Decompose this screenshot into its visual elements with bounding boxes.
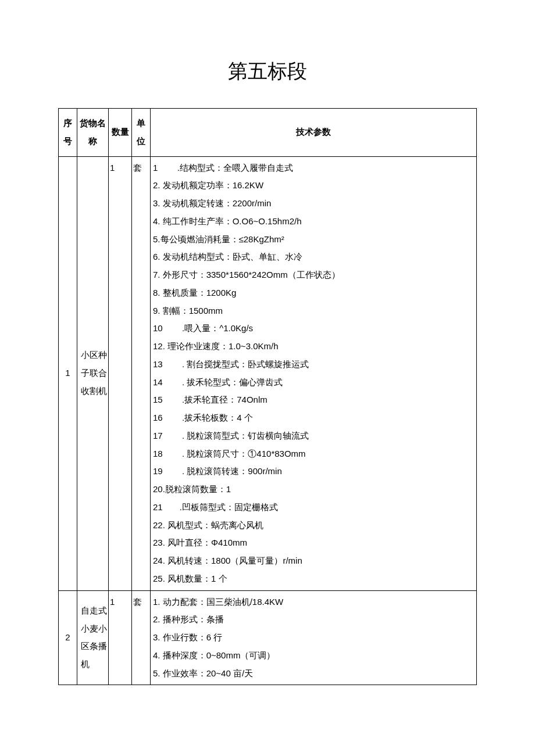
cell-seq: 1 <box>59 156 77 590</box>
cell-seq: 2 <box>59 590 77 685</box>
spec-line: 16 .拔禾轮板数：4 个 <box>153 409 475 427</box>
table-row: 1 小区种子联合收割机 1 套 1 .结构型式：全喂入履带自走式2. 发动机额定… <box>59 156 477 590</box>
spec-line: 24. 风机转速：1800（风量可量）r/min <box>153 552 475 570</box>
header-unit: 单位 <box>132 109 151 157</box>
spec-line: 10 .喂入量：^1.0Kg/s <box>153 320 475 338</box>
spec-table: 序号 货物名称 数量 单位 技术参数 1 小区种子联合收割机 1 套 1 .结构… <box>58 108 477 685</box>
cell-unit: 套 <box>132 156 151 590</box>
spec-line: 19 . 脱粒滚筒转速：900r/min <box>153 463 475 481</box>
spec-line: 3. 发动机额定转速：2200r/min <box>153 195 475 213</box>
spec-line: 25. 风机数量：1 个 <box>153 570 475 588</box>
spec-line: 4. 播种深度：0~80mm（可调） <box>153 647 475 665</box>
header-spec: 技术参数 <box>151 109 477 157</box>
cell-qty: 1 <box>109 590 132 685</box>
spec-line: 23. 风叶直径：Φ410mm <box>153 534 475 552</box>
spec-line: 14 . 拔禾轮型式：偏心弹齿式 <box>153 374 475 392</box>
spec-line: 17 . 脱粒滚筒型式：钉齿横向轴流式 <box>153 427 475 445</box>
spec-line: 22. 风机型式：蜗壳离心风机 <box>153 517 475 535</box>
table-row: 2 自走式小麦小区条播机 1 套 1. 动力配套：国三柴油机/18.4KW2. … <box>59 590 477 685</box>
page-title: 第五标段 <box>58 58 477 85</box>
spec-line: 2. 播种形式：条播 <box>153 611 475 629</box>
spec-line: 7. 外形尺寸：3350*1560*242Omm（工作状态） <box>153 266 475 284</box>
spec-line: 1. 动力配套：国三柴油机/18.4KW <box>153 593 475 611</box>
table-header-row: 序号 货物名称 数量 单位 技术参数 <box>59 109 477 157</box>
spec-line: 2. 发动机额定功率：16.2KW <box>153 177 475 195</box>
spec-line: 1 .结构型式：全喂入履带自走式 <box>153 159 475 177</box>
spec-line: 21 .凹板筛型式：固定栅格式 <box>153 499 475 517</box>
cell-qty: 1 <box>109 156 132 590</box>
cell-name: 小区种子联合收割机 <box>77 156 109 590</box>
spec-line: 18 . 脱粒滚筒尺寸：①410*83Omm <box>153 445 475 463</box>
spec-line: 5. 作业效率：20~40 亩/天 <box>153 665 475 683</box>
spec-line: 5.每公顷燃油消耗量：≤28KgZhm² <box>153 231 475 249</box>
header-seq: 序号 <box>59 109 77 157</box>
cell-name: 自走式小麦小区条播机 <box>77 590 109 685</box>
spec-line: 8. 整机质量：1200Kg <box>153 284 475 302</box>
spec-line: 4. 纯工作时生产率：O.O6~O.15hm2/h <box>153 213 475 231</box>
header-name: 货物名称 <box>77 109 109 157</box>
cell-unit: 套 <box>132 590 151 685</box>
spec-line: 6. 发动机结构型式：卧式、单缸、水冷 <box>153 248 475 266</box>
spec-line: 3. 作业行数：6 行 <box>153 629 475 647</box>
cell-spec: 1 .结构型式：全喂入履带自走式2. 发动机额定功率：16.2KW3. 发动机额… <box>151 156 477 590</box>
spec-line: 20.脱粒滚筒数量：1 <box>153 481 475 499</box>
spec-line: 15 .拔禾轮直径：74Onlm <box>153 391 475 409</box>
spec-line: 9. 割幅：1500mm <box>153 302 475 320</box>
cell-spec: 1. 动力配套：国三柴油机/18.4KW2. 播种形式：条播3. 作业行数：6 … <box>151 590 477 685</box>
header-qty: 数量 <box>109 109 132 157</box>
spec-line: 12. 理论作业速度：1.0~3.0Km/h <box>153 338 475 356</box>
spec-line: 13 . 割台搅拢型式：卧式螺旋推运式 <box>153 356 475 374</box>
